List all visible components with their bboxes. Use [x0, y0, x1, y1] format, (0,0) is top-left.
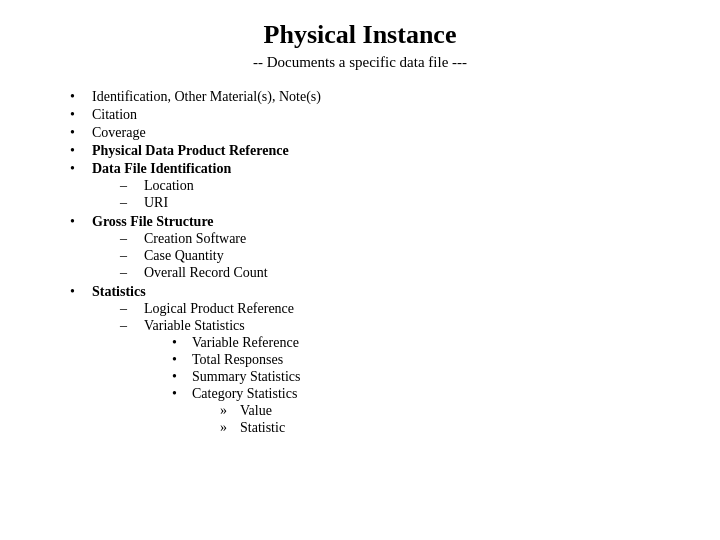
page: Physical Instance -- Documents a specifi…: [0, 0, 720, 540]
top-bullet-list: • Identification, Other Material(s), Not…: [70, 89, 680, 439]
list-item: » Statistic: [220, 420, 680, 436]
small-bullet-icon: •: [172, 352, 188, 368]
dash-icon: –: [120, 231, 140, 247]
list-item: – URI: [120, 195, 680, 211]
list-item: • Data File Identification – Location – …: [70, 161, 680, 212]
list-item: – Creation Software: [120, 231, 680, 247]
small-bullet-icon: •: [172, 335, 188, 351]
list-item: • Gross File Structure – Creation Softwa…: [70, 214, 680, 282]
dash-icon: –: [120, 195, 140, 211]
list-item: • Summary Statistics: [172, 369, 680, 385]
list-item: – Logical Product Reference: [120, 301, 680, 317]
statistics-sub-list: – Logical Product Reference – Variable S…: [92, 301, 680, 438]
list-item: – Overall Record Count: [120, 265, 680, 281]
gross-file-sub-list: – Creation Software – Case Quantity – Ov…: [92, 231, 680, 281]
list-item: • Coverage: [70, 125, 680, 141]
content-area: • Identification, Other Material(s), Not…: [40, 89, 680, 441]
variable-statistics-sub-list: • Variable Reference • Total Responses •: [144, 335, 680, 437]
list-item: » Value: [220, 403, 680, 419]
list-item: – Location: [120, 178, 680, 194]
dash-icon: –: [120, 318, 140, 334]
list-item: – Case Quantity: [120, 248, 680, 264]
list-item: • Statistics – Logical Product Reference…: [70, 284, 680, 439]
page-subtitle: -- Documents a specific data file ---: [253, 54, 467, 71]
list-item: – Variable Statistics • Variable Referen…: [120, 318, 680, 438]
list-item: • Category Statistics » Value: [172, 386, 680, 437]
list-item: • Citation: [70, 107, 680, 123]
bullet-icon: •: [70, 143, 88, 159]
list-item: • Variable Reference: [172, 335, 680, 351]
list-item: • Physical Data Product Reference: [70, 143, 680, 159]
category-statistics-sub-list: » Value » Statistic: [192, 403, 680, 436]
bullet-icon: •: [70, 107, 88, 123]
page-title: Physical Instance: [264, 20, 457, 50]
bullet-icon: •: [70, 89, 88, 105]
small-bullet-icon: •: [172, 369, 188, 385]
chevron-icon: »: [220, 420, 236, 436]
chevron-icon: »: [220, 403, 236, 419]
bullet-icon: •: [70, 125, 88, 141]
bullet-icon: •: [70, 161, 88, 177]
dash-icon: –: [120, 301, 140, 317]
bullet-icon: •: [70, 284, 88, 300]
bullet-icon: •: [70, 214, 88, 230]
dash-icon: –: [120, 178, 140, 194]
small-bullet-icon: •: [172, 386, 188, 402]
dash-icon: –: [120, 248, 140, 264]
data-file-sub-list: – Location – URI: [92, 178, 680, 211]
dash-icon: –: [120, 265, 140, 281]
list-item: • Total Responses: [172, 352, 680, 368]
list-item: • Identification, Other Material(s), Not…: [70, 89, 680, 105]
